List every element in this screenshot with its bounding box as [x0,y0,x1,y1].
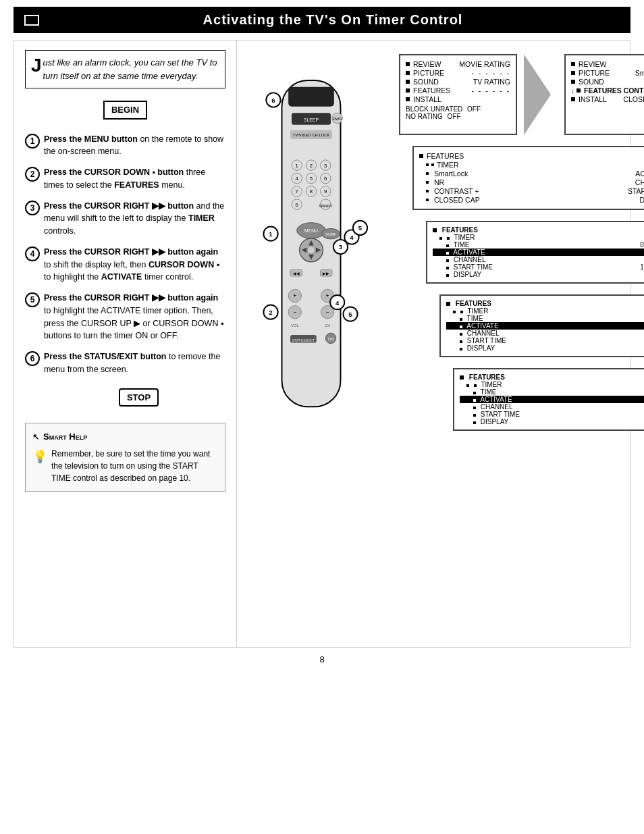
bullet [446,302,450,306]
step-3: 3 Press the CURSOR RIGHT ▶▶ button and t… [25,200,225,238]
triangle-separator [521,54,560,135]
bullet-white [446,252,449,255]
menu1-block-label: BLOCK UNRATED [406,105,462,113]
bullet [473,392,476,394]
page-header: Activating the TV's On Timer Control [14,7,630,33]
bullet [426,199,429,201]
menu3-smartlock-value: ACTIVATE [635,170,644,178]
left-panel: J ust like an alarm clock, you can set t… [14,41,237,647]
menu3-timer: TIMER TIME [419,161,644,169]
remote-area: SLEEP PWR TV/VIDEO CH LOCK 1 2 3 [244,61,392,640]
menu1-review-label: REVIEW [413,60,441,68]
menu5-timer: TIMER [446,307,644,315]
svg-text:PWR: PWR [333,117,342,121]
step-4-number: 4 [25,246,40,261]
bullet [419,154,423,158]
svg-marker-74 [524,54,551,135]
bullet [433,228,437,232]
smart-help-header: ↖ Smart Help [32,430,218,444]
menu3-closedcap: CLOSED CAP DISPLAY [419,196,644,204]
step-4: 4 Press the CURSOR RIGHT ▶▶ button again… [25,246,225,284]
menu1-picture-label: PICTURE [413,69,444,77]
bullet [460,311,463,313]
menu4-activate: ACTIVATE OFF [433,249,644,256]
menu3-features: FEATURES [419,152,644,160]
menu-screen-5: FEATURES TIMER TIME ACTIVATE [439,294,644,357]
svg-text:5: 5 [310,176,313,182]
bulb-icon: 💡 [32,448,47,466]
tv-icon [24,15,39,26]
menu2-features: ↓ FEATURES CONTRAST + [571,86,644,95]
svg-text:◀◀: ◀◀ [293,271,300,276]
menu3-contrast-value: START TIME [628,187,644,195]
menu3-nr-label: NR [434,178,444,186]
menu2-install-label: INSTALL [579,95,607,103]
svg-text:5: 5 [358,224,363,232]
step-2: 2 Press the CURSOR DOWN ▪ button three t… [25,166,225,192]
svg-text:STATUS/EXIT: STATUS/EXIT [292,338,315,342]
menu3-contrast: CONTRAST + START TIME [419,187,644,195]
intro-box: J ust like an alarm clock, you can set t… [25,50,225,88]
menu5-timer-label: TIMER [467,307,488,315]
menu4-timer: TIMER [433,234,644,241]
step-2-number: 2 [25,167,40,182]
menu-screen-1: REVIEW MOVIE RATING PICTURE - - - - - - [399,54,517,135]
step-3-number: 3 [25,201,40,215]
menu3-nr: NR CHANNEL [419,178,644,186]
menu1-sound: SOUND TV RATING [406,78,510,86]
right-panel: SLEEP PWR TV/VIDEO CH LOCK 1 2 3 [237,41,644,647]
step-5-number: 5 [25,292,40,307]
menu1-install: INSTALL [406,95,510,103]
svg-text:2: 2 [310,163,313,169]
menu4-time: TIME 06:54 PM [433,241,644,249]
menu1-norating-label: NO RATING [406,113,443,120]
main-content: J ust like an alarm clock, you can set t… [14,40,630,648]
bullet [446,259,449,262]
menu-screen-6: FEATURES TIMER TIME ACTIVATE [453,368,644,431]
menu1-block-value: OFF [467,105,481,113]
bullet [576,88,581,93]
menu-screen-3: FEATURES TIMER TIME SmartLock ACTIVATE [412,146,644,210]
svg-text:CH: CH [325,323,330,328]
menu6-channel: CHANNEL [460,403,644,411]
menu4-starttime-label: START TIME [454,263,493,271]
menus-area: REVIEW MOVIE RATING PICTURE - - - - - - [399,47,644,640]
menu2-picture-label: PICTURE [579,69,610,77]
menu6-timer: TIMER [460,381,644,388]
menu-screen-2: REVIEW TIMER PICTURE SmartLock S [564,54,644,135]
bullet [406,71,410,75]
menu1-features: FEATURES - - - - - - [406,86,510,95]
svg-text:+: + [326,292,329,299]
menu1-review-value: MOVIE RATING [459,60,510,68]
menu6-starttime: START TIME [460,411,644,418]
menu4-channel: CHANNEL 30 [433,256,644,263]
menu2-sound: SOUND NR [571,78,644,86]
initial-menus-row: REVIEW MOVIE RATING PICTURE - - - - - - [399,54,644,135]
menu6-time: TIME [460,388,644,396]
menu1-norating-row: NO RATING OFF [406,113,510,120]
menu4-display: DISPLAY OFF [433,271,644,278]
smart-help-content: 💡 Remember, be sure to set the time you … [32,448,218,484]
menu1-block-row: BLOCK UNRATED OFF [406,105,510,113]
svg-text:VOL: VOL [291,323,299,328]
svg-text:SMART: SMART [319,204,333,208]
menu2-picture: PICTURE SmartLock [571,69,644,77]
bullet [571,80,575,84]
menu5-time-label: TIME [467,315,483,322]
bullet [446,244,449,247]
svg-text:SURF: SURF [325,232,336,236]
bullet-white [473,399,476,402]
svg-rect-1 [288,87,334,107]
step-1-number: 1 [25,134,40,149]
menu4-starttime: START TIME 12:00 PM [433,263,644,271]
menu3-nr-value: CHANNEL [635,178,644,186]
menu1-norating-value: OFF [448,113,461,120]
step-4-text: Press the CURSOR RIGHT ▶▶ button again t… [44,246,225,284]
menu6-display: DISPLAY [460,418,644,425]
svg-text:4: 4 [336,299,340,307]
menu6-features: FEATURES [460,373,644,381]
menu1-review: REVIEW MOVIE RATING [406,60,510,68]
page-title: Activating the TV's On Timer Control [46,12,620,28]
svg-text:8: 8 [310,188,313,194]
menu6-activate: ACTIVATE ◀ OFF [460,396,644,403]
